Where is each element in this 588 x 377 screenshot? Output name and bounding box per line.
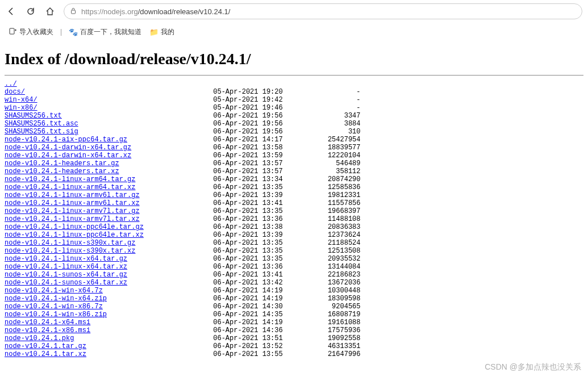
file-meta: 06-Apr-2021 13:36 11488108 [140,215,361,223]
horizontal-rule [5,75,583,76]
file-link[interactable]: node-v10.24.1-linux-armv6l.tar.gz [5,191,140,199]
file-link[interactable]: node-v10.24.1-linux-armv7l.tar.gz [5,207,140,215]
bookmark-mine[interactable]: 📁 我的 [147,26,177,38]
file-meta: 06-Apr-2021 13:35 19668397 [140,207,361,215]
page-content: Index of /download/release/v10.24.1/ ../… [0,41,588,370]
file-meta: 06-Apr-2021 13:57 546489 [119,160,361,167]
file-meta: 06-Apr-2021 13:58 18839577 [131,144,360,152]
file-meta: 06-Apr-2021 19:56 3347 [62,112,361,120]
file-meta: 06-Apr-2021 13:42 13672036 [127,279,360,287]
file-meta: 06-Apr-2021 13:55 21647996 [86,350,360,358]
svg-rect-0 [72,10,76,14]
file-link[interactable]: node-v10.24.1-win-x86.zip [5,311,107,319]
file-link[interactable]: node-v10.24.1-linux-x64.tar.xz [5,263,127,271]
file-meta: 06-Apr-2021 19:56 3884 [78,120,361,128]
file-meta: 06-Apr-2021 14:17 25427954 [127,136,360,144]
file-link[interactable]: node-v10.24.1-linux-s390x.tar.xz [5,247,135,255]
parent-directory-link[interactable]: ../ [5,80,17,88]
file-link[interactable]: SHASUMS256.txt [5,112,62,120]
file-link[interactable]: win-x64/ [5,96,37,104]
file-link[interactable]: node-v10.24.1-sunos-x64.tar.gz [5,271,127,279]
directory-listing: ../ docs/ 05-Apr-2021 19:20 - win-x64/ 0… [5,80,583,358]
file-meta: 06-Apr-2021 13:38 20836383 [144,223,361,231]
page-title: Index of /download/release/v10.24.1/ [5,50,583,68]
file-meta: 05-Apr-2021 19:46 - [37,104,361,112]
address-bar[interactable]: https://nodejs.org/download/release/v10.… [64,3,582,19]
bookmarks-bar: 导入收藏夹 | 🐾 百度一下，我就知道 📁 我的 [0,23,588,41]
bookmark-baidu-label: 百度一下，我就知道 [80,27,141,37]
file-meta: 06-Apr-2021 14:30 9204565 [103,303,361,311]
file-link[interactable]: node-v10.24.1-darwin-x64.tar.xz [5,152,131,160]
file-meta: 06-Apr-2021 13:35 12585836 [135,183,360,191]
file-link[interactable]: node-v10.24.1-linux-arm64.tar.gz [5,175,135,183]
file-link[interactable]: node-v10.24.1-linux-ppc64le.tar.xz [5,231,144,239]
file-meta: 06-Apr-2021 14:36 17575936 [90,326,360,334]
file-link[interactable]: node-v10.24.1.tar.xz [5,350,86,358]
file-link[interactable]: node-v10.24.1-linux-arm64.tar.xz [5,183,135,191]
file-link[interactable]: node-v10.24.1-aix-ppc64.tar.gz [5,136,127,144]
file-meta: 06-Apr-2021 13:35 20935532 [127,255,360,263]
file-meta: 06-Apr-2021 13:52 46313351 [86,342,360,350]
address-url: https://nodejs.org/download/release/v10.… [81,7,230,16]
refresh-icon [26,7,35,16]
file-meta: 06-Apr-2021 19:56 310 [78,128,361,136]
back-button[interactable] [6,6,17,17]
file-meta: 06-Apr-2021 14:19 18309598 [107,295,360,303]
file-meta: 06-Apr-2021 13:41 11557856 [140,199,361,207]
file-meta: 06-Apr-2021 13:51 19092558 [74,334,360,342]
refresh-button[interactable] [25,6,36,17]
file-link[interactable]: node-v10.24.1.pkg [5,334,74,342]
file-meta: 06-Apr-2021 13:34 20874290 [135,175,360,183]
lock-icon [70,6,77,16]
file-meta: 06-Apr-2021 14:19 10300448 [103,287,361,295]
file-link[interactable]: node-v10.24.1-linux-ppc64le.tar.gz [5,223,144,231]
file-meta: 06-Apr-2021 13:59 12220104 [131,152,360,160]
file-meta: 06-Apr-2021 14:19 19161088 [90,319,360,326]
file-link[interactable]: node-v10.24.1-linux-x64.tar.gz [5,255,127,263]
file-link[interactable]: node-v10.24.1-headers.tar.gz [5,160,119,167]
file-link[interactable]: node-v10.24.1-win-x86.7z [5,303,103,311]
svg-rect-1 [10,28,14,34]
bookmark-baidu[interactable]: 🐾 百度一下，我就知道 [66,26,144,38]
bookmark-mine-label: 我的 [161,27,174,37]
file-meta: 06-Apr-2021 13:57 358112 [119,167,361,175]
file-meta: 06-Apr-2021 13:35 21188524 [135,239,360,247]
file-link[interactable]: node-v10.24.1-headers.tar.xz [5,167,119,175]
file-link[interactable]: node-v10.24.1-x64.msi [5,319,90,326]
file-link[interactable]: node-v10.24.1-x86.msi [5,326,90,334]
file-link[interactable]: node-v10.24.1-linux-armv7l.tar.xz [5,215,140,223]
file-link[interactable]: node-v10.24.1-win-x64.7z [5,287,103,295]
import-bookmarks-label: 导入收藏夹 [19,27,53,37]
file-meta: 06-Apr-2021 14:35 16808719 [107,311,360,319]
folder-icon: 📁 [149,28,159,36]
file-meta: 06-Apr-2021 13:35 12513508 [135,247,360,255]
browser-toolbar: https://nodejs.org/download/release/v10.… [0,0,588,23]
import-bookmarks-button[interactable]: 导入收藏夹 [7,26,56,38]
bookmark-separator: | [60,28,62,36]
file-link[interactable]: node-v10.24.1-win-x64.zip [5,295,107,303]
file-link[interactable]: node-v10.24.1.tar.gz [5,342,86,350]
file-link[interactable]: win-x86/ [5,104,37,112]
home-button[interactable] [44,6,56,17]
file-link[interactable]: node-v10.24.1-linux-s390x.tar.gz [5,239,135,247]
home-icon [45,7,55,16]
baidu-paw-icon: 🐾 [69,28,78,36]
file-link[interactable]: node-v10.24.1-linux-armv6l.tar.xz [5,199,140,207]
file-meta: 05-Apr-2021 19:42 - [37,96,361,104]
file-link[interactable]: SHASUMS256.txt.sig [5,128,78,136]
star-plus-icon [9,27,17,37]
file-link[interactable]: node-v10.24.1-sunos-x64.tar.xz [5,279,127,287]
arrow-left-icon [7,7,16,16]
file-link[interactable]: docs/ [5,88,25,96]
file-meta: 06-Apr-2021 13:39 19812331 [140,191,361,199]
file-meta: 06-Apr-2021 13:36 13144084 [127,263,360,271]
file-link[interactable]: node-v10.24.1-darwin-x64.tar.gz [5,144,131,152]
file-link[interactable]: SHASUMS256.txt.asc [5,120,78,128]
file-meta: 06-Apr-2021 13:41 22186823 [127,271,360,279]
file-meta: 05-Apr-2021 19:20 - [25,88,361,96]
file-meta: 06-Apr-2021 13:39 12373624 [144,231,361,239]
